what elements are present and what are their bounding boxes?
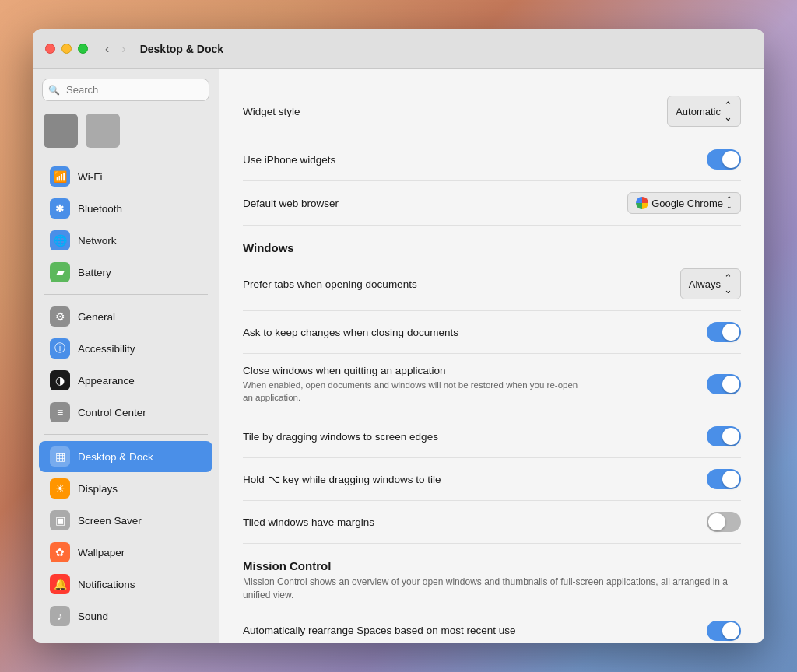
- section-desc-mission-control: Mission Control shows an overview of you…: [243, 576, 741, 602]
- minimize-button[interactable]: [61, 44, 72, 54]
- toggle-tiled-margins[interactable]: [707, 512, 741, 532]
- sidebar-item-control[interactable]: ≡ Control Center: [39, 397, 212, 428]
- setting-row-hold-option: Hold ⌥ key while dragging windows to til…: [243, 458, 741, 501]
- general-icon: ⚙: [50, 306, 70, 327]
- setting-label-iphone-widgets: Use iPhone widgets: [243, 154, 707, 166]
- sidebar-item-battery[interactable]: ▰ Battery: [39, 257, 212, 288]
- maximize-button[interactable]: [78, 44, 88, 54]
- sidebar-label-general: General: [78, 311, 115, 323]
- toggle-auto-rearrange[interactable]: [707, 621, 741, 641]
- forward-button[interactable]: ›: [117, 40, 130, 58]
- desktop-icon: ▦: [50, 446, 70, 467]
- search-input[interactable]: [42, 79, 209, 101]
- sidebar-divider: [44, 294, 208, 295]
- sidebar-label-accessibility: Accessibility: [78, 343, 135, 355]
- sidebar-item-wallpaper[interactable]: ✿ Wallpaper: [39, 537, 212, 568]
- content-area: 🔍 📶 Wi-Fi ✱ Bluetooth 🌐 Network ▰ Batter…: [33, 69, 764, 643]
- titlebar: ‹ › Desktop & Dock: [33, 29, 764, 69]
- sound-icon: ♪: [50, 606, 70, 626]
- toggle-ask-keep-changes[interactable]: [707, 322, 741, 342]
- section-header-mission-control: Mission Control: [243, 544, 741, 576]
- setting-label-tile-dragging: Tile by dragging windows to screen edges: [243, 431, 707, 443]
- dropdown-value-prefer-tabs: Always: [689, 278, 721, 290]
- setting-row-ask-keep-changes: Ask to keep changes when closing documen…: [243, 311, 741, 354]
- chevron-icon: ⌃⌄: [726, 196, 732, 210]
- setting-label-auto-rearrange: Automatically rearrange Spaces based on …: [243, 625, 707, 636]
- window-title: Desktop & Dock: [140, 43, 223, 55]
- appearance-icon: ◑: [50, 370, 70, 390]
- sidebar-divider: [44, 434, 208, 435]
- sidebar-label-appearance: Appearance: [78, 375, 135, 387]
- setting-label-default-browser: Default web browser: [243, 198, 627, 209]
- setting-row-prefer-tabs: Prefer tabs when opening documents Alway…: [243, 257, 741, 311]
- toggle-tile-dragging[interactable]: [707, 426, 741, 446]
- sidebar-item-screensaver[interactable]: ▣ Screen Saver: [39, 505, 212, 536]
- system-preferences-window: ‹ › Desktop & Dock 🔍 📶 Wi-Fi ✱ Bluetooth…: [33, 29, 764, 643]
- setting-row-tile-dragging: Tile by dragging windows to screen edges: [243, 415, 741, 458]
- toggle-hold-option[interactable]: [707, 469, 741, 489]
- main-content: Widget style Automatic ⌃⌄ Use iPhone wid…: [219, 69, 764, 643]
- close-button[interactable]: [45, 44, 55, 54]
- back-button[interactable]: ‹: [100, 40, 114, 58]
- sidebar-item-accessibility[interactable]: ⓘ Accessibility: [39, 333, 212, 364]
- setting-row-auto-rearrange: Automatically rearrange Spaces based on …: [243, 610, 741, 643]
- sidebar-label-sound: Sound: [78, 611, 108, 622]
- displays-icon: ☀: [50, 478, 70, 499]
- toggle-close-windows[interactable]: [707, 374, 741, 394]
- dropdown-default-browser[interactable]: Google Chrome ⌃⌄: [627, 192, 741, 214]
- sidebar-item-notifications[interactable]: 🔔 Notifications: [39, 569, 212, 600]
- chevron-icon: ⌃⌄: [724, 100, 732, 123]
- screensaver-icon: ▣: [50, 510, 70, 530]
- wallpaper-icon: ✿: [50, 542, 70, 562]
- avatar-secondary[interactable]: [86, 114, 120, 148]
- sidebar-label-desktop: Desktop & Dock: [78, 451, 153, 463]
- dropdown-prefer-tabs[interactable]: Always ⌃⌄: [680, 268, 741, 299]
- dropdown-value-default-browser: Google Chrome: [651, 198, 723, 209]
- setting-row-iphone-widgets: Use iPhone widgets: [243, 138, 741, 181]
- sidebar-label-screensaver: Screen Saver: [78, 515, 142, 527]
- sidebar-item-sound[interactable]: ♪ Sound: [39, 600, 212, 632]
- setting-row-widget-style: Widget style Automatic ⌃⌄: [243, 85, 741, 138]
- section-header-windows: Windows: [243, 226, 741, 257]
- chrome-icon: [636, 197, 648, 209]
- sidebar-label-displays: Displays: [78, 483, 118, 495]
- sidebar-item-appearance[interactable]: ◑ Appearance: [39, 365, 212, 396]
- setting-row-default-browser: Default web browser Google Chrome ⌃⌄: [243, 181, 741, 226]
- avatar-primary[interactable]: [44, 114, 78, 148]
- setting-label-wrap-close-windows: Close windows when quitting an applicati…: [243, 365, 707, 404]
- network-icon: 🌐: [50, 230, 70, 250]
- sidebar-label-control: Control Center: [78, 407, 146, 418]
- setting-sublabel-close-windows: When enabled, open documents and windows…: [243, 379, 585, 404]
- sidebar-label-wifi: Wi-Fi: [78, 171, 102, 183]
- setting-row-tiled-margins: Tiled windows have margins: [243, 501, 741, 544]
- user-section: [33, 114, 219, 160]
- dropdown-widget-style[interactable]: Automatic ⌃⌄: [667, 96, 741, 127]
- search-icon: 🔍: [48, 85, 60, 96]
- dropdown-value-widget-style: Automatic: [676, 106, 721, 117]
- setting-label-prefer-tabs: Prefer tabs when opening documents: [243, 278, 680, 290]
- battery-icon: ▰: [50, 262, 70, 282]
- sidebar-label-network: Network: [78, 235, 117, 247]
- sidebar-item-displays[interactable]: ☀ Displays: [39, 473, 212, 504]
- setting-label-tiled-margins: Tiled windows have margins: [243, 516, 707, 528]
- nav-buttons: ‹ ›: [100, 40, 131, 58]
- setting-label-close-windows: Close windows when quitting an applicati…: [243, 365, 707, 376]
- sidebar-item-network[interactable]: 🌐 Network: [39, 225, 212, 256]
- setting-label-widget-style: Widget style: [243, 106, 667, 117]
- sidebar-item-wifi[interactable]: 📶 Wi-Fi: [39, 161, 212, 192]
- sidebar-item-general[interactable]: ⚙ General: [39, 301, 212, 332]
- control-icon: ≡: [50, 402, 70, 422]
- chevron-icon: ⌃⌄: [724, 272, 732, 296]
- wifi-icon: 📶: [50, 166, 70, 187]
- sidebar-label-notifications: Notifications: [78, 579, 135, 590]
- setting-row-close-windows: Close windows when quitting an applicati…: [243, 354, 741, 415]
- toggle-iphone-widgets[interactable]: [707, 149, 741, 170]
- sidebar: 🔍 📶 Wi-Fi ✱ Bluetooth 🌐 Network ▰ Batter…: [33, 69, 219, 643]
- bluetooth-icon: ✱: [50, 198, 70, 219]
- setting-label-ask-keep-changes: Ask to keep changes when closing documen…: [243, 327, 707, 338]
- sidebar-label-bluetooth: Bluetooth: [78, 203, 122, 215]
- search-box[interactable]: 🔍: [42, 79, 209, 101]
- sidebar-item-desktop[interactable]: ▦ Desktop & Dock: [39, 441, 212, 472]
- accessibility-icon: ⓘ: [50, 338, 70, 359]
- sidebar-item-bluetooth[interactable]: ✱ Bluetooth: [39, 193, 212, 224]
